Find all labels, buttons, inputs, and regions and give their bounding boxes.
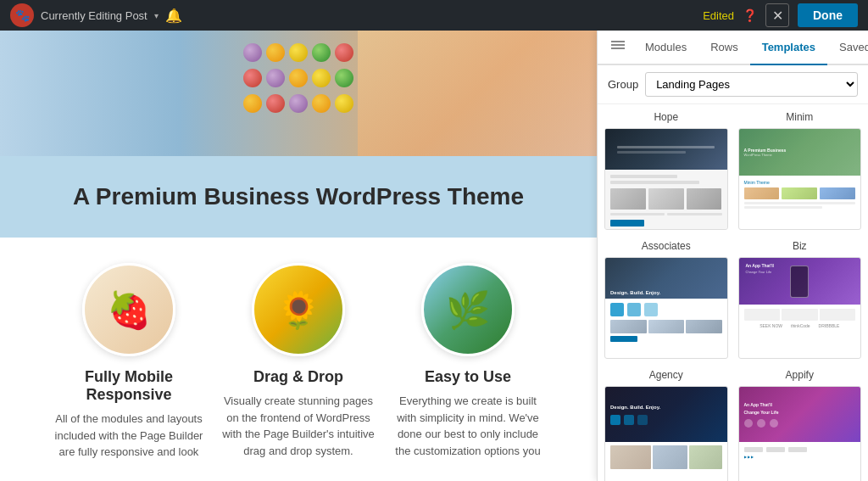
templates-grid: Hope <box>604 111 861 481</box>
chevron-down-icon[interactable]: ▾ <box>154 11 159 20</box>
bead <box>289 69 308 87</box>
feature-title-drag: Drag & Drop <box>222 368 375 386</box>
panel-menu-icon[interactable] <box>604 31 632 64</box>
bead <box>335 43 353 62</box>
feature-desc-drag: Visually create stunning pages on the fr… <box>222 393 375 459</box>
tab-templates[interactable]: Templates <box>750 31 827 65</box>
template-name-hope: Hope <box>654 111 678 123</box>
feature-item-mobile: 🍓 Fully MobileResponsive All of the modu… <box>53 263 205 461</box>
bead <box>243 69 262 87</box>
tab-saved[interactable]: Saved <box>827 31 868 65</box>
bead <box>266 69 285 87</box>
template-name-biz: Biz <box>793 240 807 252</box>
template-preview-minim[interactable]: A Premium Business WordPress Theme Minim… <box>738 128 862 230</box>
template-preview-hope[interactable] <box>604 128 728 230</box>
feature-circle-field: 🌿 <box>421 263 515 356</box>
editing-label: Currently Editing Post <box>41 9 147 22</box>
feature-title-mobile: Fully MobileResponsive <box>53 368 205 404</box>
template-name-appify: Appify <box>786 369 814 381</box>
template-name-associates: Associates <box>642 240 691 252</box>
done-button[interactable]: Done <box>798 3 858 27</box>
features-grid: 🍓 Fully MobileResponsive All of the modu… <box>17 263 580 461</box>
feature-desc-mobile: All of the modules and layouts included … <box>53 411 205 461</box>
feature-item-drag: 🌻 Drag & Drop Visually create stunning p… <box>222 263 375 461</box>
bead <box>289 43 308 62</box>
bead <box>312 69 331 87</box>
bead <box>243 43 262 62</box>
bead <box>312 43 331 62</box>
features-section: 🍓 Fully MobileResponsive All of the modu… <box>0 238 597 478</box>
edited-status: Edited <box>703 9 734 22</box>
help-icon[interactable]: ❓ <box>743 8 757 22</box>
feature-title-easy: Easy to Use <box>392 368 544 386</box>
group-row: Group Landing Pages Home Pages About Pag… <box>598 65 868 104</box>
hero-text-section: A Premium Business WordPress Theme <box>0 156 597 238</box>
group-label: Group <box>608 78 638 91</box>
bead <box>266 43 285 62</box>
content-area: A Premium Business WordPress Theme 🍓 Ful… <box>0 31 597 481</box>
bead <box>335 94 353 113</box>
top-bar: 🐾 Currently Editing Post ▾ 🔔 Edited ❓ ✕ … <box>0 0 868 31</box>
bead <box>312 94 331 113</box>
hero-image <box>0 31 597 156</box>
hero-image-inner <box>0 31 597 156</box>
template-preview-appify[interactable]: An App That'llChange Your Life <box>738 386 862 481</box>
bead <box>335 69 353 87</box>
main-area: A Premium Business WordPress Theme 🍓 Ful… <box>0 31 868 481</box>
bead <box>243 94 262 113</box>
panel-tabs: Modules Rows Templates Saved <box>598 31 868 65</box>
template-item-appify: Appify An App That'llChange Your Life <box>738 369 862 481</box>
feature-circle-strawberry: 🍓 <box>82 263 175 356</box>
template-item-minim: Minim A Premium Business WordPress Theme <box>738 111 862 230</box>
template-name-minim: Minim <box>786 111 813 123</box>
feature-item-easy: 🌿 Easy to Use Everything we create is bu… <box>392 263 544 461</box>
tab-modules[interactable]: Modules <box>633 31 698 65</box>
template-item-agency: Agency Design. Build. Enjoy. <box>604 369 728 481</box>
templates-container: Hope <box>598 104 868 481</box>
top-bar-right: Edited ❓ ✕ Done <box>703 3 858 27</box>
bead <box>289 94 308 113</box>
template-item-hope: Hope <box>604 111 728 230</box>
bead <box>266 94 285 113</box>
abacus-visual <box>243 43 353 113</box>
template-name-agency: Agency <box>649 369 683 381</box>
tab-rows[interactable]: Rows <box>698 31 750 65</box>
notifications-icon[interactable]: 🔔 <box>165 8 182 24</box>
feature-circle-sunflower: 🌻 <box>252 263 345 356</box>
template-preview-agency[interactable]: Design. Build. Enjoy. <box>604 386 728 481</box>
feature-desc-easy: Everything we create is built with simpl… <box>392 393 544 459</box>
template-preview-biz[interactable]: An App That'll Change Your Life <box>738 257 862 359</box>
template-item-associates: Associates Design. Build. Enjoy. <box>604 240 728 359</box>
template-item-biz: Biz An App That'll Change Your Life <box>738 240 862 359</box>
site-icon: 🐾 <box>10 3 34 27</box>
group-select[interactable]: Landing Pages Home Pages About Pages Blo… <box>645 72 858 97</box>
top-bar-left: 🐾 Currently Editing Post ▾ 🔔 <box>10 3 182 27</box>
hero-title: A Premium Business WordPress Theme <box>34 182 563 212</box>
right-panel: Modules Rows Templates Saved Group Landi… <box>597 31 868 481</box>
close-button[interactable]: ✕ <box>765 3 789 27</box>
template-preview-associates[interactable]: Design. Build. Enjoy. <box>604 257 728 359</box>
